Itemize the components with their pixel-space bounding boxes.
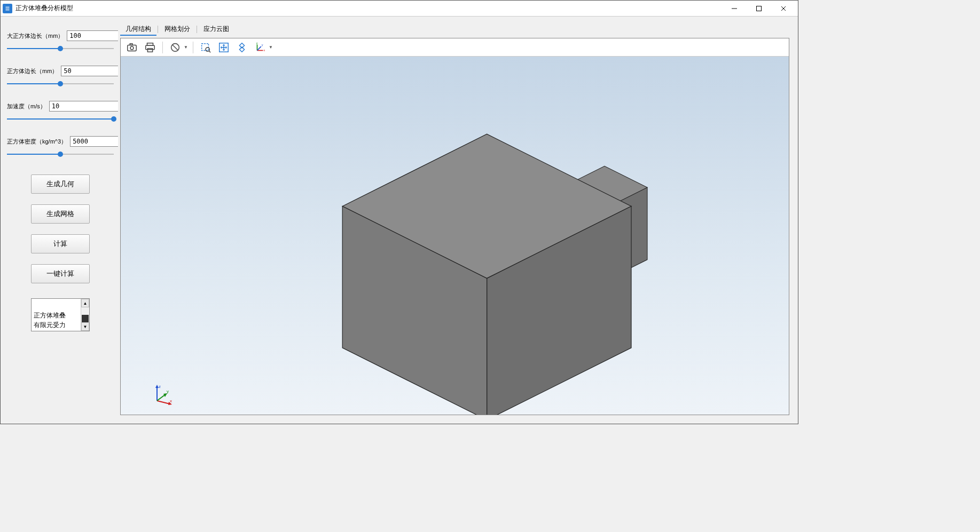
- 3d-viewport[interactable]: z x y: [121, 57, 789, 415]
- param-cube-row: 正方体边长（mm）: [7, 66, 114, 76]
- scroll-up-button[interactable]: ▲: [81, 299, 89, 307]
- camera-icon[interactable]: [124, 40, 140, 55]
- scroll-down-button[interactable]: ▼: [81, 322, 89, 331]
- orientation-axes: z x y: [152, 384, 173, 405]
- info-listbox-scrollbar[interactable]: ▲ ▼: [81, 299, 89, 331]
- maximize-button[interactable]: [747, 1, 771, 17]
- scroll-thumb[interactable]: [82, 315, 89, 322]
- close-button[interactable]: [771, 1, 796, 17]
- fit-view-icon[interactable]: [216, 40, 232, 55]
- info-line-2: 有限元受力: [34, 320, 79, 330]
- zoom-selection-icon[interactable]: [198, 40, 214, 55]
- window-title: 正方体堆叠分析模型: [15, 4, 73, 13]
- param-density-label: 正方体密度（kg/m^3）: [7, 138, 67, 146]
- info-listbox[interactable]: 正方体堆叠 有限元受力 ▲ ▼: [31, 298, 90, 331]
- svg-text:x: x: [170, 399, 172, 403]
- view-tabs: 几何结构 网格划分 应力云图: [118, 23, 791, 36]
- svg-rect-7: [147, 48, 152, 51]
- print-icon[interactable]: [142, 40, 158, 55]
- svg-point-3: [130, 46, 134, 49]
- svg-rect-9: [202, 43, 209, 50]
- titlebar: 正方体堆叠分析模型: [1, 1, 798, 17]
- svg-rect-2: [128, 45, 137, 51]
- main-area: 几何结构 网格划分 应力云图: [118, 23, 791, 417]
- compute-button[interactable]: 计算: [31, 234, 90, 253]
- app-icon: [3, 4, 12, 13]
- rotate-icon[interactable]: [234, 40, 250, 55]
- info-listbox-content: 正方体堆叠 有限元受力: [32, 299, 81, 331]
- svg-point-10: [206, 47, 209, 51]
- param-big-cube-row: 大正方体边长（mm）: [7, 30, 114, 41]
- svg-text:z: z: [256, 42, 258, 45]
- forbid-dropdown[interactable]: ▼: [183, 45, 189, 50]
- viewport-panel: ▼: [120, 38, 789, 415]
- generate-mesh-button[interactable]: 生成网格: [31, 204, 90, 224]
- sidebar: 大正方体边长（mm） 正方体边长（mm） 加速度（m/s）: [7, 23, 114, 417]
- svg-rect-4: [130, 43, 132, 45]
- svg-text:y: y: [262, 43, 263, 46]
- one-click-compute-button[interactable]: 一键计算: [31, 264, 90, 283]
- param-density-slider[interactable]: [7, 150, 114, 158]
- tab-geometry[interactable]: 几何结构: [120, 23, 156, 36]
- axes-icon[interactable]: z x y: [252, 40, 268, 55]
- svg-text:z: z: [159, 384, 161, 389]
- param-accel-label: 加速度（m/s）: [7, 102, 46, 110]
- axes-dropdown[interactable]: ▼: [268, 45, 273, 50]
- param-big-cube-label: 大正方体边长（mm）: [7, 32, 64, 40]
- param-accel-row: 加速度（m/s）: [7, 101, 114, 112]
- content-area: 大正方体边长（mm） 正方体边长（mm） 加速度（m/s）: [1, 17, 798, 424]
- info-line-1: 正方体堆叠: [34, 311, 79, 320]
- param-big-cube-slider[interactable]: [7, 44, 114, 53]
- minimize-button[interactable]: [722, 1, 747, 17]
- generate-geometry-button[interactable]: 生成几何: [31, 174, 90, 194]
- param-cube-slider[interactable]: [7, 80, 114, 88]
- geometry-render: [121, 57, 789, 415]
- svg-rect-1: [757, 6, 762, 11]
- param-accel-slider[interactable]: [7, 115, 114, 123]
- viewport-toolbar: ▼: [121, 38, 789, 57]
- param-cube-label: 正方体边长（mm）: [7, 67, 58, 75]
- forbid-icon[interactable]: [167, 40, 183, 55]
- tab-mesh[interactable]: 网格划分: [159, 23, 195, 36]
- tab-stress[interactable]: 应力云图: [198, 23, 234, 36]
- svg-text:x: x: [263, 49, 265, 52]
- svg-text:y: y: [167, 389, 169, 394]
- param-density-row: 正方体密度（kg/m^3）: [7, 136, 114, 147]
- app-window: 正方体堆叠分析模型 大正方体边长（mm）: [0, 0, 798, 424]
- svg-line-24: [157, 401, 170, 404]
